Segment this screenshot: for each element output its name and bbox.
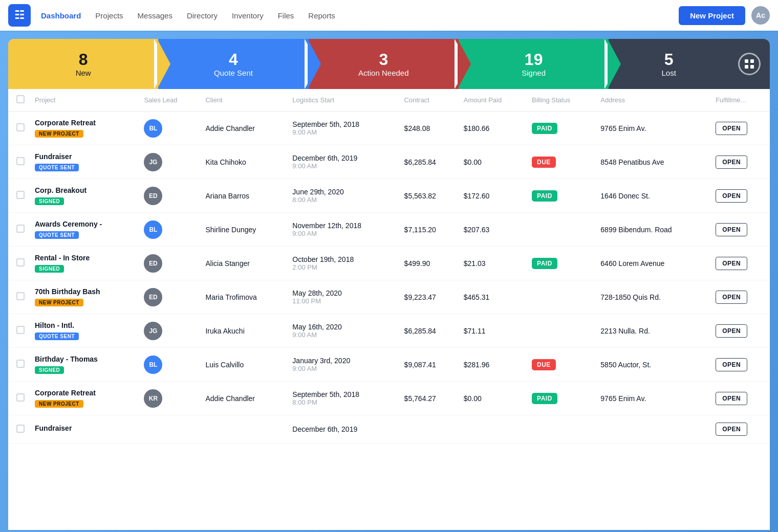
table-row: Fundraiser QUOTE SENT JG Kita Chihoko De…: [8, 145, 770, 179]
address-value: 8548 Penatibus Ave: [600, 158, 664, 166]
table-row: Awards Ceremony - QUOTE SENT BL Shirline…: [8, 213, 770, 247]
nav-messages[interactable]: Messages: [138, 9, 172, 22]
row-checkbox-cell: [8, 348, 30, 382]
open-button[interactable]: OPEN: [716, 423, 747, 436]
client-name: Maria Trofimova: [205, 293, 256, 301]
pipeline-action[interactable]: 3 Action Needed: [309, 39, 459, 89]
open-button[interactable]: OPEN: [716, 324, 747, 338]
table-header-row: Project Sales Lead Client Logistics Star…: [8, 89, 770, 112]
row-client-cell: Alicia Stanger: [200, 247, 287, 280]
select-all-checkbox[interactable]: [16, 95, 25, 103]
open-button[interactable]: OPEN: [716, 392, 747, 405]
row-project-cell: Fundraiser: [30, 415, 139, 444]
table-row: 70th Birthday Bash NEW PROJECT ED Maria …: [8, 280, 770, 314]
open-button[interactable]: OPEN: [716, 291, 747, 304]
grid-view-icon[interactable]: [738, 53, 761, 75]
pipeline-lost-label: Lost: [661, 69, 676, 77]
row-logistics-cell: December 6th, 2019 9:00 AM: [287, 145, 399, 179]
row-open-cell: OPEN: [710, 280, 770, 314]
row-checkbox[interactable]: [16, 225, 25, 233]
row-checkbox-cell: [8, 382, 30, 415]
col-checkbox: [8, 89, 30, 112]
project-badge: SIGNED: [35, 197, 64, 205]
row-checkbox[interactable]: [16, 123, 25, 131]
client-name: Kita Chihoko: [205, 158, 246, 166]
row-billing-cell: PAID: [527, 112, 595, 145]
open-button[interactable]: OPEN: [716, 223, 747, 236]
pipeline-action-count: 3: [379, 51, 388, 68]
row-saleslead-cell: BL: [139, 213, 200, 247]
row-saleslead-cell: ED: [139, 247, 200, 280]
row-checkbox[interactable]: [16, 157, 25, 165]
pipeline-new[interactable]: 8 New: [8, 39, 158, 89]
col-contract: Contract: [399, 89, 459, 112]
logo[interactable]: ☷: [8, 4, 31, 27]
row-project-cell: Corporate Retreat NEW PROJECT: [30, 382, 139, 415]
address-value: 728-1850 Quis Rd.: [600, 293, 661, 301]
logistics-time: 8:00 PM: [292, 398, 394, 406]
row-contract-cell: $5,563.82: [399, 179, 459, 213]
nav-inventory[interactable]: Inventory: [232, 9, 264, 22]
logistics-date: September 5th, 2018: [292, 120, 394, 128]
pipeline-new-count: 8: [79, 51, 88, 68]
open-button[interactable]: OPEN: [716, 189, 747, 203]
row-checkbox-cell: [8, 179, 30, 213]
row-checkbox[interactable]: [16, 191, 25, 199]
row-client-cell: Maria Trofimova: [200, 280, 287, 314]
pipeline-grid-icon[interactable]: [729, 39, 770, 89]
client-name: Ariana Barros: [205, 192, 249, 200]
row-amountpaid-cell: $0.00: [459, 382, 527, 415]
row-checkbox-cell: [8, 280, 30, 314]
address-value: 2213 Nulla. Rd.: [600, 327, 650, 335]
row-checkbox[interactable]: [16, 292, 25, 300]
avatar: JG: [144, 153, 162, 171]
new-project-button[interactable]: New Project: [679, 6, 745, 25]
billing-status-badge: PAID: [532, 190, 557, 202]
row-logistics-cell: January 3rd, 2020 9:00 AM: [287, 348, 399, 382]
open-button[interactable]: OPEN: [716, 358, 747, 371]
col-amountpaid: Amount Paid: [459, 89, 527, 112]
nav-projects[interactable]: Projects: [95, 9, 123, 22]
row-checkbox[interactable]: [16, 326, 25, 334]
pipeline-action-label: Action Needed: [358, 69, 408, 77]
pipeline-signed-label: Signed: [522, 69, 546, 77]
row-checkbox[interactable]: [16, 393, 25, 402]
row-checkbox[interactable]: [16, 425, 25, 433]
nav-dashboard[interactable]: Dashboard: [41, 9, 81, 22]
nav-files[interactable]: Files: [278, 9, 294, 22]
row-open-cell: OPEN: [710, 348, 770, 382]
open-button[interactable]: OPEN: [716, 257, 747, 270]
nav-directory[interactable]: Directory: [187, 9, 218, 22]
pipeline-signed[interactable]: 19 Signed: [459, 39, 609, 89]
client-name: Luis Calvillo: [205, 361, 244, 369]
row-checkbox[interactable]: [16, 258, 25, 267]
row-project-cell: Birthday - Thomas SIGNED: [30, 348, 139, 382]
avatar: BL: [144, 119, 162, 138]
row-billing-cell: DUE: [527, 348, 595, 382]
row-open-cell: OPEN: [710, 314, 770, 348]
address-value: 9765 Enim Av.: [600, 124, 646, 132]
table-row: Hilton - Intl. QUOTE SENT JG Iruka Akuch…: [8, 314, 770, 348]
logistics-date: November 12th, 2018: [292, 221, 394, 230]
address-value: 9765 Enim Av.: [600, 394, 646, 403]
nav-reports[interactable]: Reports: [308, 9, 335, 22]
projects-table-wrapper: Project Sales Lead Client Logistics Star…: [8, 89, 770, 444]
pipeline-lost[interactable]: 5 Lost: [609, 39, 729, 89]
logistics-date: May 16th, 2020: [292, 323, 394, 331]
open-button[interactable]: OPEN: [716, 122, 747, 135]
account-avatar[interactable]: Ac: [751, 6, 770, 25]
row-amountpaid-cell: [459, 415, 527, 444]
open-button[interactable]: OPEN: [716, 156, 747, 169]
row-address-cell: 8548 Penatibus Ave: [595, 145, 710, 179]
row-address-cell: 728-1850 Quis Rd.: [595, 280, 710, 314]
row-project-cell: Rental - In Store SIGNED: [30, 247, 139, 280]
col-project: Project: [30, 89, 139, 112]
row-checkbox-cell: [8, 213, 30, 247]
billing-status-badge: PAID: [532, 393, 557, 404]
project-badge: SIGNED: [35, 265, 64, 273]
pipeline-quote[interactable]: 4 Quote Sent: [158, 39, 308, 89]
row-checkbox[interactable]: [16, 360, 25, 368]
row-open-cell: OPEN: [710, 112, 770, 145]
row-client-cell: Shirline Dungey: [200, 213, 287, 247]
row-project-cell: Corporate Retreat NEW PROJECT: [30, 112, 139, 145]
